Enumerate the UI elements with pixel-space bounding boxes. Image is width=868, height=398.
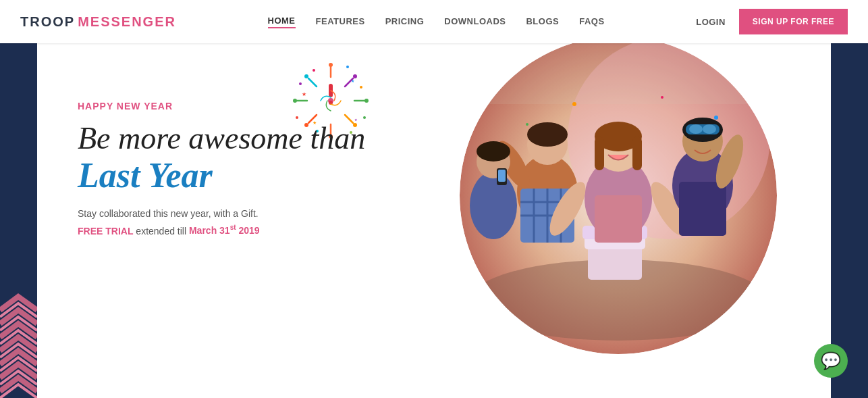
nav-item-downloads[interactable]: DOWNLOADS [444, 16, 506, 28]
svg-point-65 [703, 124, 716, 134]
free-trial-date: March 31st 2019 [189, 225, 260, 236]
logo-messenger: MESSENGER [78, 14, 176, 30]
svg-point-77 [526, 123, 528, 126]
free-trial-label: FREE TRIAL [78, 225, 133, 236]
svg-text:★: ★ [302, 91, 306, 97]
nav-right: LOGIN SIGN UP FOR FREE [696, 9, 848, 34]
svg-rect-72 [498, 170, 506, 182]
svg-rect-57 [595, 195, 642, 243]
hero-image-circle [460, 43, 777, 354]
chevron-pattern [0, 249, 37, 398]
nav-item-home[interactable]: HOME [268, 16, 296, 28]
svg-point-24 [299, 82, 302, 85]
svg-point-64 [689, 124, 703, 134]
hero-tag: HAPPY NEW YEAR [78, 101, 365, 111]
svg-rect-56 [632, 136, 642, 170]
logo-troop: TROOP [20, 14, 75, 30]
svg-rect-55 [595, 136, 604, 170]
hero-free-trial: FREE TRIAL extended till March 31st 2019 [78, 224, 365, 237]
signup-button[interactable]: SIGN UP FOR FREE [739, 9, 848, 34]
svg-point-21 [346, 66, 349, 68]
svg-point-12 [329, 63, 333, 67]
svg-point-20 [313, 69, 315, 72]
hero-text-area: HAPPY NEW YEAR Be more awesome than Last… [78, 101, 365, 236]
hero-inner: ★ ★ ★ ★ HAPPY NEW YEAR Be more awesome t… [37, 43, 831, 398]
chat-bubble-button[interactable]: 💬 [814, 344, 848, 378]
nav-item-features[interactable]: FEATURES [316, 16, 365, 28]
nav-item-pricing[interactable]: PRICING [385, 16, 425, 28]
logo: TROOP MESSENGER [20, 14, 176, 30]
svg-point-44 [527, 122, 568, 147]
svg-line-8 [308, 78, 317, 86]
svg-text:★: ★ [351, 79, 354, 83]
svg-rect-73 [460, 43, 777, 104]
svg-point-16 [304, 74, 308, 78]
svg-point-76 [714, 116, 718, 120]
svg-point-68 [470, 172, 517, 239]
nav-item-faqs[interactable]: FAQS [579, 16, 604, 28]
free-trial-text: extended till [136, 225, 186, 236]
login-button[interactable]: LOGIN [696, 17, 726, 27]
hero-section: ★ ★ ★ ★ HAPPY NEW YEAR Be more awesome t… [0, 43, 868, 398]
svg-point-70 [477, 141, 510, 161]
main-nav: HOME FEATURES PRICING DOWNLOADS BLOGS FA… [268, 16, 605, 28]
header: TROOP MESSENGER HOME FEATURES PRICING DO… [0, 0, 868, 43]
nav-item-blogs[interactable]: BLOGS [526, 16, 559, 28]
svg-point-18 [353, 74, 357, 78]
svg-point-75 [661, 96, 663, 99]
left-dark-panel [0, 43, 37, 398]
svg-point-22 [360, 86, 362, 89]
hero-subtext: Stay collaborated this new year, with a … [78, 208, 365, 219]
svg-point-74 [572, 102, 576, 106]
hero-headline-line2: Last Year [78, 156, 365, 195]
chat-icon: 💬 [821, 351, 841, 370]
svg-rect-36 [588, 246, 642, 280]
hero-headline-line1: Be more awesome than [78, 122, 365, 156]
svg-rect-66 [679, 182, 726, 236]
